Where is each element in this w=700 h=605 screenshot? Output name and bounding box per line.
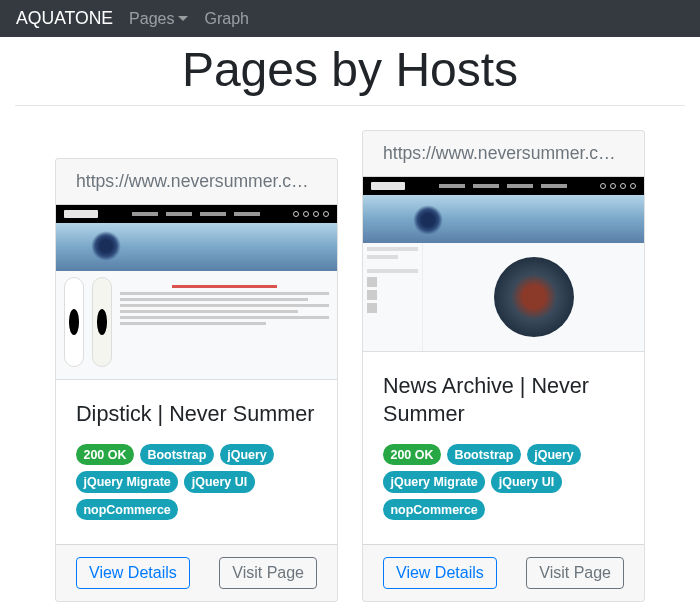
badges: 200 OK Bootstrap jQuery jQuery Migrate j… (76, 444, 317, 520)
nav-link-graph[interactable]: Graph (204, 10, 248, 28)
visit-page-button[interactable]: Visit Page (526, 557, 624, 589)
nav-link-pages[interactable]: Pages (129, 10, 188, 28)
visit-page-button[interactable]: Visit Page (219, 557, 317, 589)
badges: 200 OK Bootstrap jQuery jQuery Migrate j… (383, 444, 624, 520)
card-title: News Archive | Never Summer (383, 372, 624, 428)
tech-badge: Bootstrap (140, 444, 214, 465)
tech-badge: jQuery (220, 444, 274, 465)
tech-badge: jQuery (527, 444, 581, 465)
tech-badge: Bootstrap (447, 444, 521, 465)
tech-badge: jQuery Migrate (76, 471, 178, 492)
page-title: Pages by Hosts (15, 42, 685, 97)
chevron-down-icon (178, 16, 188, 21)
screenshot-thumbnail[interactable] (363, 177, 644, 352)
tech-badge: jQuery Migrate (383, 471, 485, 492)
card-title: Dipstick | Never Summer (76, 400, 317, 428)
view-details-button[interactable]: View Details (383, 557, 497, 589)
status-badge: 200 OK (76, 444, 134, 465)
navbar-brand[interactable]: AQUATONE (16, 8, 113, 29)
tech-badge: jQuery UI (491, 471, 561, 492)
navbar: AQUATONE Pages Graph (0, 0, 700, 37)
card-url: https://www.neversummer.com/di... (56, 159, 337, 205)
host-card: https://www.neversummer.com/di... (55, 158, 338, 602)
screenshot-thumbnail[interactable] (56, 205, 337, 380)
host-card: https://www.neversummer.com/e... (362, 130, 645, 603)
view-details-button[interactable]: View Details (76, 557, 190, 589)
tech-badge: nopCommerce (76, 499, 178, 520)
divider (15, 105, 685, 106)
tech-badge: nopCommerce (383, 499, 485, 520)
tech-badge: jQuery UI (184, 471, 254, 492)
nav-link-label: Pages (129, 10, 174, 28)
cards-row: https://www.neversummer.com/di... (15, 130, 685, 603)
card-url: https://www.neversummer.com/e... (363, 131, 644, 177)
status-badge: 200 OK (383, 444, 441, 465)
